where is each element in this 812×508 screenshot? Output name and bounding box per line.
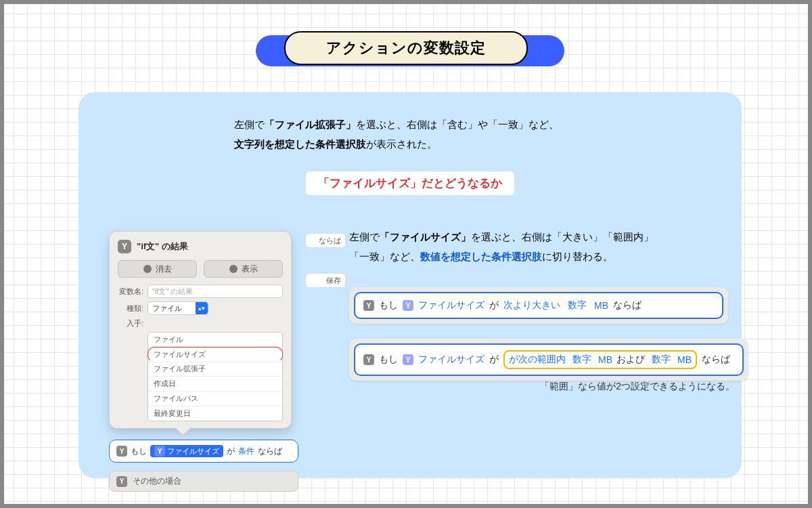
intro-text: 左側で「ファイル拡張子」を選ぶと、右側は「含む」や「一致」など、 文字列を想定し… bbox=[234, 115, 715, 154]
unit-mb[interactable]: MB bbox=[594, 300, 608, 311]
branch-icon: Y bbox=[118, 240, 131, 253]
otherwise-row[interactable]: Y その他の場合 bbox=[109, 471, 298, 492]
chevron-updown-icon: ▴▾ bbox=[196, 302, 208, 314]
branch-icon: Y bbox=[154, 446, 165, 457]
source-option-created[interactable]: 作成日 bbox=[148, 377, 282, 391]
page-title: アクションの変数設定 bbox=[284, 31, 528, 65]
label-variable-name: 変数名: bbox=[118, 287, 143, 297]
range-highlight: が次の範囲内 数字 MB および 数字 MB bbox=[503, 350, 697, 369]
unit-mb[interactable]: MB bbox=[598, 354, 612, 365]
clear-button[interactable]: 消去 bbox=[118, 260, 197, 278]
clear-icon bbox=[143, 265, 152, 273]
number-input-1[interactable]: 数字 bbox=[570, 353, 594, 366]
label-kind: 種類: bbox=[118, 303, 143, 314]
filesize-link[interactable]: ファイルサイズ bbox=[418, 354, 484, 366]
filesize-token[interactable]: Yファイルサイズ bbox=[150, 445, 223, 457]
operator-greater[interactable]: 次より大きい bbox=[503, 299, 560, 312]
explainer-panel: 左側で「ファイル拡張子」を選ぶと、右側は「含む」や「一致」など、 文字列を想定し… bbox=[78, 92, 742, 478]
kind-select[interactable]: ファイル ▴▾ bbox=[148, 301, 208, 315]
example-range: Y もし Y ファイルサイズ が が次の範囲内 数字 MB および 数字 MB … bbox=[349, 339, 748, 381]
source-option-path[interactable]: ファイルパス bbox=[148, 391, 282, 406]
show-button[interactable]: 表示 bbox=[204, 260, 283, 278]
label-source: 入手: bbox=[118, 318, 143, 329]
branch-icon: Y bbox=[116, 476, 127, 487]
variable-popover: Y "if文" の結果 消去 表示 変数名: "if文" の結果 種類: ファイ… bbox=[109, 231, 292, 429]
source-option-modified[interactable]: 最終変更日 bbox=[148, 406, 282, 421]
eye-icon bbox=[229, 265, 238, 273]
number-input-2[interactable]: 数字 bbox=[649, 353, 673, 366]
source-option-file[interactable]: ファイル bbox=[148, 333, 282, 347]
range-caption: 「範囲」なら値が2つ設定できるようになる。 bbox=[540, 381, 735, 393]
if-condition-row[interactable]: Y もし Yファイルサイズ が 条件 ならば bbox=[109, 440, 298, 463]
number-input[interactable]: 数字 bbox=[565, 299, 589, 312]
example-greater-than: Y もし Y ファイルサイズ が 次より大きい 数字 MB ならば bbox=[349, 287, 728, 324]
peek-row-save: 保存 bbox=[305, 273, 346, 288]
branch-icon: Y bbox=[116, 446, 127, 457]
variable-name-field[interactable]: "if文" の結果 bbox=[148, 284, 283, 298]
condition-placeholder[interactable]: 条件 bbox=[238, 446, 254, 457]
branch-icon: Y bbox=[403, 300, 413, 311]
description-2: 左側で「ファイルサイズ」を選ぶと、右側は「大きい」「範囲内」 「一致」など、数値… bbox=[349, 228, 654, 266]
operator-range[interactable]: が次の範囲内 bbox=[509, 354, 566, 366]
source-option-filesize[interactable]: ファイルサイズ bbox=[148, 347, 283, 362]
peek-row-naraba: ならば bbox=[305, 233, 346, 248]
branch-icon: Y bbox=[363, 300, 374, 311]
source-option-ext[interactable]: ファイル拡張子 bbox=[148, 362, 282, 377]
source-dropdown[interactable]: ファイル ファイルサイズ ファイル拡張子 作成日 ファイルパス 最終変更日 bbox=[148, 332, 283, 421]
section-subheading: 「ファイルサイズ」だとどうなるか bbox=[306, 171, 514, 195]
filesize-link[interactable]: ファイルサイズ bbox=[418, 299, 484, 312]
branch-icon: Y bbox=[363, 354, 374, 365]
branch-icon: Y bbox=[403, 354, 413, 365]
popover-title: "if文" の結果 bbox=[137, 240, 188, 253]
unit-mb[interactable]: MB bbox=[677, 354, 692, 365]
